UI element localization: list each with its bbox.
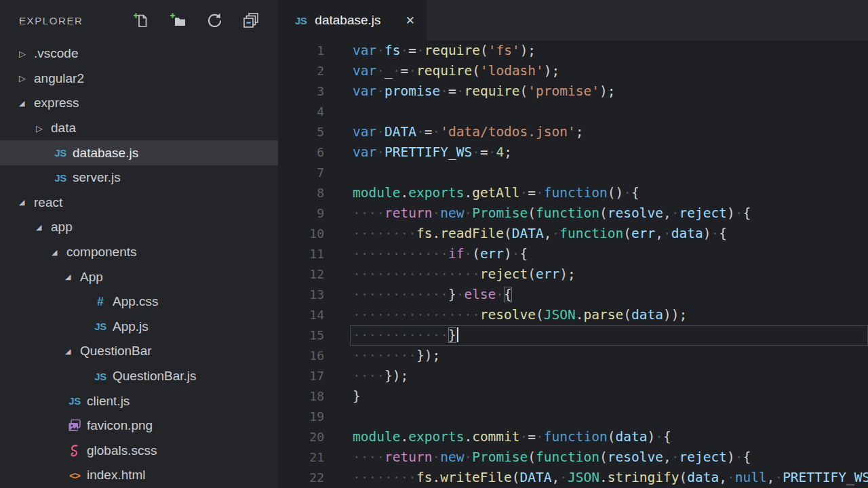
whitespace-dots: · <box>655 429 663 445</box>
code-line-content[interactable]: ············if·(err)·{ <box>350 244 868 264</box>
code-token: function <box>544 429 608 445</box>
code-line-10: 10········fs.readFile(DATA,·function(err… <box>278 224 868 244</box>
chevron-expanded-icon[interactable]: ◢ <box>19 99 34 108</box>
close-icon[interactable]: ✕ <box>406 14 415 28</box>
tree-item-index-html[interactable]: <>index.html <box>0 463 278 488</box>
chevron-collapsed-icon[interactable]: ▷ <box>19 49 34 59</box>
code-line-content[interactable]: ····}); <box>350 366 868 386</box>
code-token: exports <box>408 185 464 201</box>
new-file-icon[interactable] <box>132 12 151 30</box>
code-line-content[interactable] <box>350 407 868 427</box>
chevron-expanded-icon[interactable]: ◢ <box>65 272 80 281</box>
tree-item-server-js[interactable]: JSserver.js <box>0 165 278 190</box>
code-line-content[interactable]: ····return·new·Promise(function(resolve,… <box>350 203 868 224</box>
tree-item-label: index.html <box>87 468 146 483</box>
line-number: 13 <box>278 285 324 305</box>
tree-item-express[interactable]: ◢express <box>0 91 278 116</box>
tree-item-app[interactable]: ◢app <box>0 215 278 240</box>
code-token: data <box>631 307 663 323</box>
tree-item-App-js[interactable]: JSApp.js <box>0 314 278 340</box>
code-token: data <box>687 470 719 485</box>
code-line-content[interactable] <box>350 163 868 183</box>
code-line-content[interactable]: module.exports.commit·=·function(data)·{ <box>350 427 868 447</box>
code-editor[interactable]: 1var·fs·=·require('fs');2var·_·=·require… <box>278 41 868 488</box>
code-token: } <box>448 327 456 343</box>
code-token: 'promise' <box>528 83 599 99</box>
code-token: new <box>440 205 464 221</box>
tree-item-label: react <box>34 195 62 210</box>
code-line-content[interactable]: ····return·new·Promise(function(resolve,… <box>350 447 868 468</box>
tree-item-QuestionBar[interactable]: ◢QuestionBar <box>0 339 278 364</box>
code-token: } <box>448 287 456 302</box>
text-cursor <box>457 327 458 342</box>
code-token: , <box>663 205 671 221</box>
whitespace-dots: ········ <box>353 470 416 485</box>
code-line-content[interactable]: var·DATA·=·'data/todos.json'; <box>350 122 868 142</box>
tree-item-App[interactable]: ◢App <box>0 264 278 289</box>
code-token: commit <box>472 429 519 445</box>
chevron-expanded-icon[interactable]: ◢ <box>36 223 51 232</box>
line-number: 7 <box>278 163 324 183</box>
code-line-content[interactable]: var·PRETTIFY_WS·=·4; <box>350 142 868 163</box>
line-number: 4 <box>278 102 324 122</box>
code-line-content[interactable]: var·_·=·require('lodash'); <box>350 61 868 81</box>
whitespace-dots: · <box>711 226 719 241</box>
tree-item-data[interactable]: ▷data <box>0 116 278 141</box>
code-line-content-current[interactable]: ············} <box>350 325 868 346</box>
tab-database-js[interactable]: JS database.js ✕ <box>278 0 427 41</box>
tree-item-globals-scss[interactable]: globals.scss <box>0 439 278 464</box>
tree-item-react[interactable]: ◢react <box>0 190 278 216</box>
code-line-content[interactable]: var·fs·=·require('fs'); <box>350 41 868 61</box>
line-number: 6 <box>278 142 324 163</box>
code-token: ( <box>623 307 631 323</box>
code-token: ( <box>528 205 536 221</box>
tree-item-QuestionBar-js[interactable]: JSQuestionBar.js <box>0 364 278 389</box>
tree-item-client-js[interactable]: JSclient.js <box>0 388 278 413</box>
code-token: function <box>536 205 599 221</box>
tree-item-favicon-png[interactable]: favicon.png <box>0 413 278 439</box>
chevron-expanded-icon[interactable]: ◢ <box>52 248 66 257</box>
code-token: ( <box>599 205 608 221</box>
code-line-content[interactable] <box>350 102 868 122</box>
tree-item--vscode[interactable]: ▷.vscode <box>0 41 278 66</box>
collapse-all-icon[interactable] <box>242 12 260 30</box>
code-line-content[interactable]: var·promise·=·require('promise'); <box>350 81 868 102</box>
chevron-expanded-icon[interactable]: ◢ <box>65 347 80 356</box>
code-line-content[interactable]: ················resolve(JSON.parse(data)… <box>350 305 868 325</box>
editor-group: JS database.js ✕ 1var·fs·=·require('fs')… <box>278 0 868 488</box>
code-token: var <box>353 83 376 99</box>
code-line-content[interactable]: ········fs.writeFile(DATA,·JSON.stringif… <box>350 468 868 488</box>
code-line-content[interactable]: ················reject(err); <box>350 264 868 285</box>
whitespace-dots: · <box>536 185 544 201</box>
code-token: . <box>599 470 608 485</box>
line-number: 3 <box>278 81 324 102</box>
code-line-content[interactable]: } <box>350 386 868 407</box>
chevron-collapsed-icon[interactable]: ▷ <box>36 123 51 134</box>
sass-file-icon <box>67 444 82 458</box>
refresh-icon[interactable] <box>205 12 224 30</box>
code-line-content[interactable]: ············}·else·{ <box>350 285 868 305</box>
tree-item-label: client.js <box>87 394 130 409</box>
code-token: = <box>400 63 408 79</box>
whitespace-dots: · <box>520 429 528 445</box>
code-line-content[interactable]: ········fs.readFile(DATA,·function(err,·… <box>350 224 868 244</box>
code-line-content[interactable]: module.exports.getAll·=·function()·{ <box>350 183 868 203</box>
chevron-expanded-icon[interactable]: ◢ <box>19 198 34 207</box>
code-token: ( <box>480 43 488 58</box>
tree-item-angular2[interactable]: ▷angular2 <box>0 66 278 92</box>
code-line-21: 21····return·new·Promise(function(resolv… <box>278 447 868 468</box>
code-token: getAll <box>472 185 519 201</box>
code-token: function <box>536 449 599 465</box>
tree-item-database-js[interactable]: JSdatabase.js <box>0 140 278 165</box>
code-token: resolve <box>480 307 536 323</box>
code-token: . <box>464 185 472 201</box>
code-token: , <box>552 470 560 485</box>
code-line-content[interactable]: ········}); <box>350 346 868 366</box>
line-number: 18 <box>278 386 324 407</box>
code-line-8: 8module.exports.getAll·=·function()·{ <box>278 183 868 203</box>
code-token: JSON <box>544 307 576 323</box>
tree-item-components[interactable]: ◢components <box>0 240 278 265</box>
chevron-collapsed-icon[interactable]: ▷ <box>19 73 34 83</box>
new-folder-icon[interactable] <box>169 12 187 30</box>
tree-item-App-css[interactable]: #App.css <box>0 289 278 314</box>
